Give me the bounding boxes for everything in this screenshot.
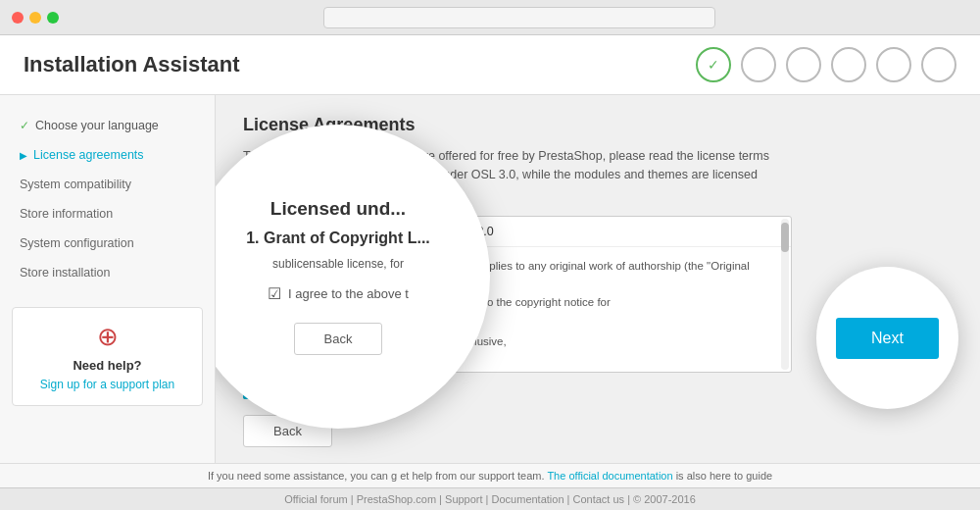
sidebar: ✓ Choose your language ▶ License agreeme… [0,95,216,463]
status-text-prefix: If you need some assistance, you can g [208,470,397,482]
step-2 [741,47,776,82]
main-container: Installation Assistant ✓ ✓ Choose your l… [0,35,980,487]
support-plan-link[interactable]: Sign up for a support plan [40,378,174,391]
zoom-back-button[interactable]: Back [294,323,383,355]
next-button[interactable]: Next [836,318,939,359]
sidebar-item-license[interactable]: ▶ License agreements [0,140,215,170]
content-area: ✓ Choose your language ▶ License agreeme… [0,95,980,463]
footer-text: Official forum | PrestaShop.com | Suppor… [284,493,696,505]
sidebar-item-system-config[interactable]: System configuration [0,229,215,258]
zoom-licensed-text: Licensed und... [270,198,406,220]
sidebar-item-store-info[interactable]: Store information [0,199,215,229]
step-indicators: ✓ [696,47,956,82]
status-text-suffix: is also here to guide [676,470,772,482]
zoom-checkbox-icon: ☑ [268,284,281,303]
lifebuoy-icon: ⊕ [26,322,188,352]
step-5 [876,47,911,82]
header: Installation Assistant ✓ [0,35,980,95]
sidebar-label-license: License agreements [33,148,144,162]
help-box: ⊕ Need help? Sign up for a support plan [12,307,203,406]
arrow-icon: ▶ [20,150,27,161]
zoom-circle-next: Next [816,267,958,409]
documentation-link[interactable]: The official documentation [547,470,672,482]
status-bar: If you need some assistance, you can g e… [0,463,980,487]
help-title: Need help? [26,358,188,373]
zoom-agree-label: I agree to the above t [288,286,409,301]
sidebar-item-store-install[interactable]: Store installation [0,258,215,287]
url-input[interactable] [332,12,707,24]
titlebar [0,0,980,35]
close-button[interactable] [12,12,24,24]
minimize-button[interactable] [29,12,41,24]
zoom-grant-text: 1. Grant of Copyright L... [246,230,430,247]
sidebar-label-compatibility: System compatibility [20,178,131,191]
step-6 [921,47,956,82]
sidebar-label-system-config: System configuration [20,236,134,250]
check-icon: ✓ [20,119,29,132]
scrollbar[interactable] [781,219,789,370]
maximize-button[interactable] [47,12,59,24]
sidebar-label-store-info: Store information [20,207,113,221]
sidebar-item-compatibility[interactable]: System compatibility [0,170,215,199]
step-3 [786,47,821,82]
zoom-back-content: Licensed und... 1. Grant of Copyright L.… [226,178,450,375]
sidebar-label-language: Choose your language [35,119,159,132]
zoom-agree-row: ☑ I agree to the above t [268,284,409,303]
address-bar[interactable] [323,7,715,28]
step-4 [831,47,866,82]
status-text-middle: et help from our support team. [400,470,547,482]
traffic-lights [12,12,59,24]
main-content: License Agreements To enjoy the many fea… [216,95,980,463]
sidebar-label-store-install: Store installation [20,266,110,280]
scrollbar-thumb[interactable] [781,223,789,252]
zoom-sublicense-text: sublicensable license, for [272,257,404,271]
bottom-footer: Official forum | PrestaShop.com | Suppor… [0,487,980,510]
step-1: ✓ [696,47,731,82]
sidebar-item-language[interactable]: ✓ Choose your language [0,111,215,140]
page-title: Installation Assistant [24,52,239,77]
